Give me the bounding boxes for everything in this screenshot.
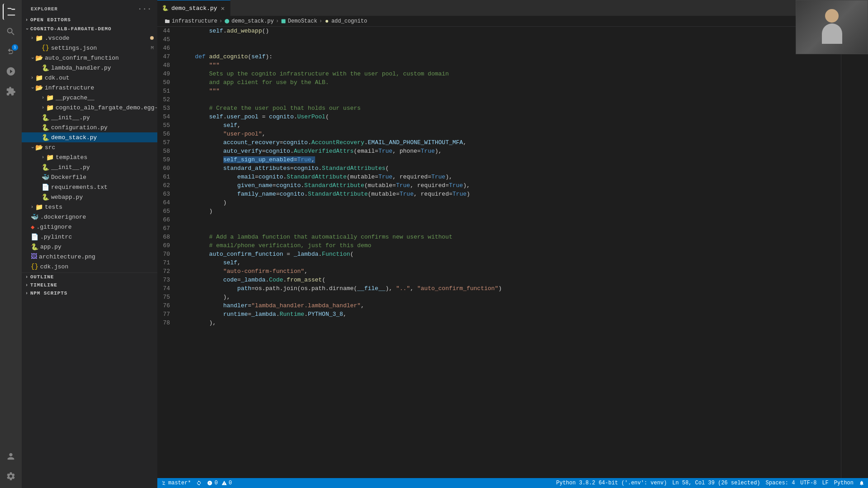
tab-demo-stack-py[interactable]: 🐍 demo_stack.py ✕	[157, 0, 231, 16]
minimap	[841, 27, 868, 478]
status-branch[interactable]: master*	[161, 480, 191, 486]
status-language[interactable]: Python	[834, 480, 854, 486]
status-cursor-position[interactable]: Ln 58, Col 39 (26 selected)	[672, 480, 760, 486]
tree-item-lambda-handler[interactable]: 🐍 lambda_handler.py	[22, 63, 157, 73]
egg-info-folder-icon: 📁	[46, 104, 54, 112]
tree-item-infrastructure[interactable]: › 📂 infrastructure	[22, 83, 157, 93]
code-line-51: 51 """	[157, 87, 841, 95]
tree-item-egg-info[interactable]: › 📁 cognito_alb_fargate_demo.egg-info	[22, 103, 157, 113]
open-editors-header[interactable]: › OPEN EDITORS	[22, 16, 157, 24]
activity-extensions-icon[interactable]	[3, 83, 19, 99]
tree-item-settings-json[interactable]: {} settings.json M	[22, 43, 157, 53]
line-content-72: "auto-confirm-function",	[181, 267, 841, 276]
code-line-71: 71 self,	[157, 258, 841, 267]
activity-search-icon[interactable]	[3, 23, 19, 40]
tree-item-dockerignore[interactable]: 🐳 .dockerignore	[22, 212, 157, 222]
tree-item-app-py[interactable]: 🐍 app.py	[22, 242, 157, 252]
status-line-ending[interactable]: LF	[822, 480, 828, 486]
status-spaces[interactable]: Spaces: 4	[766, 480, 795, 486]
code-line-65: 65 )	[157, 207, 841, 216]
tree-item-src-init-py[interactable]: 🐍 __init__.py	[22, 162, 157, 172]
app-py-icon: 🐍	[31, 243, 38, 251]
tree-item-gitignore[interactable]: ◆ .gitignore	[22, 222, 157, 232]
line-num-77: 77	[157, 310, 181, 319]
tree-item-auto-confirm[interactable]: › 📂 auto_confirm_function	[22, 53, 157, 63]
activity-files-icon[interactable]	[3, 4, 19, 20]
tree-item-dockerfile[interactable]: 🐳 Dockerfile	[22, 172, 157, 182]
status-right: Python 3.8.2 64-bit ('.env': venv) Ln 58…	[556, 480, 864, 486]
activity-debug-icon[interactable]	[3, 63, 19, 80]
encoding-label: UTF-8	[800, 480, 816, 486]
activity-settings-icon[interactable]	[3, 468, 19, 484]
code-line-58: 58 auto_verify=cognito.AutoVerifiedAttrs…	[157, 147, 841, 155]
tree-item-webapp-py[interactable]: 🐍 webapp.py	[22, 192, 157, 202]
tree-item-requirements-txt[interactable]: 📄 requirements.txt	[22, 182, 157, 192]
sidebar-content: › OPEN EDITORS › COGNITO-ALB-FARGATE-DEM…	[22, 16, 157, 488]
cdk-out-folder-icon: 📁	[35, 74, 43, 82]
npm-scripts-header[interactable]: › NPM SCRIPTS	[22, 289, 157, 297]
line-num-73: 73	[157, 276, 181, 284]
editor-container: 44 self.add_webapp() 45 46	[157, 27, 868, 478]
status-python-version[interactable]: Python 3.8.2 64-bit ('.env': venv)	[556, 480, 667, 486]
line-content-58: auto_verify=cognito.AutoVerifiedAttrs(em…	[181, 147, 841, 155]
cdk-out-folder-label: cdk.out	[45, 75, 154, 81]
tree-item-configuration-py[interactable]: 🐍 configuration.py	[22, 122, 157, 132]
line-num-65: 65	[157, 207, 181, 216]
more-options-icon[interactable]: ···	[138, 5, 152, 13]
code-line-77: 77 runtime=_lambda.Runtime.PYTHON_3_8,	[157, 310, 841, 319]
gitignore-icon: ◆	[31, 223, 34, 231]
line-num-62: 62	[157, 181, 181, 190]
demo-stack-py-icon: 🐍	[42, 134, 49, 141]
line-num-74: 74	[157, 284, 181, 293]
cursor-position-label: Ln 58, Col 39 (26 selected)	[672, 480, 760, 486]
code-line-50: 50 and app client for use by the ALB.	[157, 78, 841, 87]
activity-source-control-icon[interactable]	[3, 43, 19, 60]
line-num-45: 45	[157, 35, 181, 44]
line-content-59: self_sign_up_enabled=True,	[181, 155, 841, 164]
breadcrumb-add-cognito[interactable]: add_cognito	[324, 18, 367, 24]
breadcrumb: infrastructure › demo_stack.py › DemoSta…	[157, 16, 868, 27]
vscode-modified-dot	[150, 36, 154, 40]
code-editor[interactable]: 44 self.add_webapp() 45 46	[157, 27, 841, 478]
project-chevron: ›	[24, 28, 29, 31]
tree-item-pylintrc[interactable]: 📄 .pylintrc	[22, 232, 157, 242]
code-line-59: 59 self_sign_up_enabled=True,	[157, 155, 841, 164]
line-num-47: 47	[157, 52, 181, 61]
activity-account-icon[interactable]	[3, 448, 19, 465]
line-content-47: def add_cognito(self):	[181, 52, 841, 61]
person-silhouette	[818, 9, 845, 45]
outline-header[interactable]: › OUTLINE	[22, 273, 157, 281]
status-notifications[interactable]	[859, 480, 864, 486]
tree-item-init-py[interactable]: 🐍 __init__.py	[22, 113, 157, 122]
tab-bar: 🐍 demo_stack.py ✕	[157, 0, 868, 16]
tree-item-pycache[interactable]: › 📁 __pycache__	[22, 93, 157, 103]
breadcrumb-infrastructure[interactable]: infrastructure	[165, 18, 217, 24]
breadcrumb-demostack-class[interactable]: DemoStack	[281, 18, 317, 24]
timeline-header[interactable]: › TIMELINE	[22, 281, 157, 289]
status-sync[interactable]	[196, 480, 202, 486]
project-header[interactable]: › COGNITO-ALB-FARGATE-DEMO	[22, 25, 157, 33]
tree-item-src[interactable]: › 📂 src	[22, 142, 157, 152]
src-init-py-label: __init__.py	[51, 164, 154, 171]
open-editors-label: OPEN EDITORS	[30, 17, 71, 23]
auto-confirm-folder-label: auto_confirm_function	[45, 55, 154, 61]
status-errors[interactable]: 0 0	[207, 480, 231, 486]
tree-item-demo-stack-py[interactable]: 🐍 demo_stack.py	[22, 132, 157, 142]
dockerfile-icon: 🐳	[42, 174, 49, 181]
breadcrumb-demo-stack[interactable]: demo_stack.py	[224, 18, 274, 24]
tree-item-architecture-png[interactable]: 🖼 architecture.png	[22, 252, 157, 262]
tree-item-tests[interactable]: › 📁 tests	[22, 202, 157, 212]
settings-json-label: settings.json	[51, 45, 149, 52]
tree-item-cdk-json[interactable]: {} cdk.json	[22, 262, 157, 272]
breadcrumb-folder-icon	[165, 19, 170, 24]
tree-item-vscode[interactable]: › 📁 .vscode	[22, 33, 157, 43]
breadcrumb-method-icon	[324, 19, 330, 24]
line-content-68: # Add a lambda function that automatical…	[181, 233, 841, 241]
tree-item-templates[interactable]: › 📁 templates	[22, 152, 157, 162]
status-encoding[interactable]: UTF-8	[800, 480, 816, 486]
src-init-py-icon: 🐍	[42, 164, 49, 171]
breadcrumb-sep-1: ›	[219, 18, 222, 24]
line-content-60: standard_attributes=cognito.StandardAttr…	[181, 164, 841, 173]
tab-close-button[interactable]: ✕	[220, 4, 225, 13]
tree-item-cdk-out[interactable]: › 📁 cdk.out	[22, 73, 157, 83]
